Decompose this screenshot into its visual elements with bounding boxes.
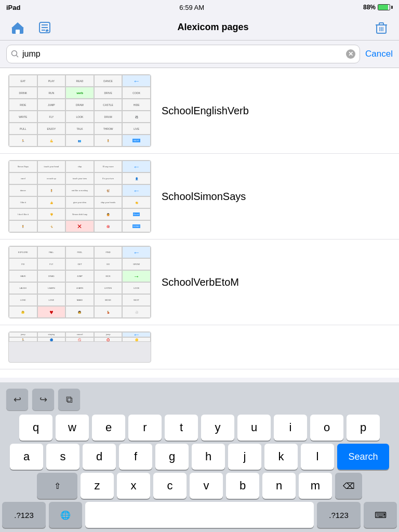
key-b[interactable]: b	[226, 473, 259, 499]
thumb-cell: verb	[65, 87, 94, 99]
key-d[interactable]: d	[83, 444, 116, 470]
result-label-3: SchoolVerbEtoM	[162, 276, 239, 288]
thumb-cell: 👥	[65, 135, 94, 147]
search-button[interactable]: Search	[337, 444, 389, 470]
num-key[interactable]: .?123	[2, 502, 46, 528]
key-l[interactable]: l	[301, 444, 334, 470]
results-list: EAT PLAY READ DANCE ← DRINK RUN verb DRI…	[0, 68, 399, 378]
thumb-cell: ←	[122, 75, 151, 87]
thumb-cell: ←	[122, 184, 151, 196]
svg-line-14	[17, 56, 19, 58]
delete-key[interactable]: ⌫	[335, 473, 362, 499]
thumb-cell: eat like a monkey	[65, 184, 94, 196]
key-u[interactable]: u	[237, 415, 271, 441]
thumb-cell: 🤸	[37, 220, 66, 232]
list-item[interactable]: jump staying cancel jump ← 🏃 🔵 🚫 ⭕ 🟡	[0, 325, 399, 369]
thumb-cell: clap	[65, 161, 94, 172]
thumb-cell: ⚪	[122, 306, 151, 318]
key-a[interactable]: a	[10, 444, 43, 470]
thumb-cell: LAUGH	[9, 282, 37, 294]
space-key[interactable]	[85, 502, 314, 528]
thumb-cell: LISTEN	[94, 282, 123, 294]
keyboard-row-2: a s d f g h j k l Search	[2, 444, 397, 470]
key-n[interactable]: n	[262, 473, 296, 499]
key-v[interactable]: v	[190, 473, 223, 499]
thumb-cell: 🔵	[37, 337, 66, 342]
undo-button[interactable]: ↩	[6, 389, 28, 410]
clipboard-button[interactable]: ⧉	[58, 389, 80, 410]
keyboard-row-1: q w e r t y u i o p	[2, 415, 397, 441]
device-label: iPad	[6, 4, 20, 11]
key-g[interactable]: g	[155, 444, 189, 470]
key-h[interactable]: h	[192, 444, 225, 470]
thumb-cell: LOSE	[9, 294, 37, 306]
list-item[interactable]: Simon Says touch your head clap I'll say…	[0, 154, 399, 240]
thumb-cell: ♥	[37, 306, 66, 318]
thumb-cell: It's your turn	[94, 172, 123, 184]
key-j[interactable]: j	[228, 444, 261, 470]
status-bar: iPad 6:59 AM 88%	[0, 0, 399, 15]
thumb-cell: ENJOY	[37, 123, 66, 135]
key-k[interactable]: k	[264, 444, 298, 470]
key-i[interactable]: i	[274, 415, 307, 441]
search-input[interactable]	[22, 49, 343, 59]
thumbnail-2: Simon Says touch your head clap I'll say…	[8, 160, 151, 233]
key-p[interactable]: p	[347, 415, 380, 441]
dot-num-key[interactable]: .?123	[317, 502, 361, 528]
thumb-cell: jump	[9, 332, 37, 337]
key-o[interactable]: o	[310, 415, 343, 441]
shift-key[interactable]: ⇧	[37, 473, 77, 499]
thumb-cell: 👏	[122, 196, 151, 208]
keyboard-hide-key[interactable]: ⌨	[364, 502, 397, 528]
thumb-cell: 🎯	[94, 220, 123, 232]
thumb-cell: FLY	[37, 111, 66, 123]
thumb-cell: staying	[37, 332, 66, 337]
thumb-cell: JUMP	[65, 270, 94, 282]
key-m[interactable]: m	[299, 473, 332, 499]
thumb-cell: 🙅	[94, 208, 123, 220]
thumb-cell: 👍	[37, 196, 66, 208]
thumb-cell: READ	[65, 75, 94, 87]
nav-left-buttons	[8, 18, 54, 37]
thumb-cell: 👤	[122, 172, 151, 184]
keyboard-row-bottom: .?123 🌐 .?123 ⌨	[2, 502, 397, 528]
home-button[interactable]	[8, 18, 27, 37]
key-c[interactable]: c	[153, 473, 187, 499]
thumb-cell: I like it	[9, 196, 37, 208]
redo-button[interactable]: ↪	[32, 389, 54, 410]
globe-key[interactable]: 🌐	[49, 502, 82, 528]
search-clear-button[interactable]: ✕	[346, 49, 355, 59]
key-z[interactable]: z	[81, 473, 114, 499]
thumb-cell: touch your head	[37, 161, 66, 172]
svg-marker-1	[11, 22, 24, 28]
keyboard: ↩ ↪ ⧉ q w e r t y u i o p a s d f g h j …	[0, 382, 399, 532]
key-t[interactable]: t	[165, 415, 198, 441]
result-label-1: SchoolEnglishVerb	[162, 105, 249, 117]
trash-button[interactable]	[372, 18, 391, 37]
key-f[interactable]: f	[119, 444, 152, 470]
search-input-wrapper[interactable]: ✕	[6, 45, 360, 63]
list-item[interactable]: EXPLORE FALL FEEL FIND ← FIX FLY GET GO …	[0, 240, 399, 325]
edit-button[interactable]	[35, 18, 54, 37]
list-item[interactable]: EAT PLAY READ DANCE ← DRINK RUN verb DRI…	[0, 68, 399, 154]
thumb-cell: DRAW	[65, 99, 94, 111]
thumb-cell: KICK	[94, 270, 123, 282]
result-label-2: SchoolSimonSays	[162, 191, 246, 203]
key-y[interactable]: y	[201, 415, 234, 441]
thumb-cell: 🧍	[37, 184, 66, 196]
thumb-cell: DRIVE	[94, 87, 123, 99]
key-e[interactable]: e	[92, 415, 125, 441]
keyboard-row-3: ⇧ z x c v b n m ⌫	[2, 473, 397, 499]
key-x[interactable]: x	[117, 473, 150, 499]
key-w[interactable]: w	[56, 415, 89, 441]
thumb-cell: DANCE	[94, 75, 123, 87]
thumbnail-4: jump staying cancel jump ← 🏃 🔵 🚫 ⭕ 🟡	[8, 331, 151, 363]
thumb-cell: MAKE	[65, 294, 94, 306]
thumb-cell: FALL	[37, 246, 66, 258]
key-r[interactable]: r	[128, 415, 162, 441]
key-q[interactable]: q	[19, 415, 52, 441]
key-s[interactable]: s	[46, 444, 79, 470]
thumb-cell: TALK	[65, 123, 94, 135]
thumb-cell: FIND	[94, 246, 123, 258]
cancel-button[interactable]: Cancel	[365, 49, 393, 59]
